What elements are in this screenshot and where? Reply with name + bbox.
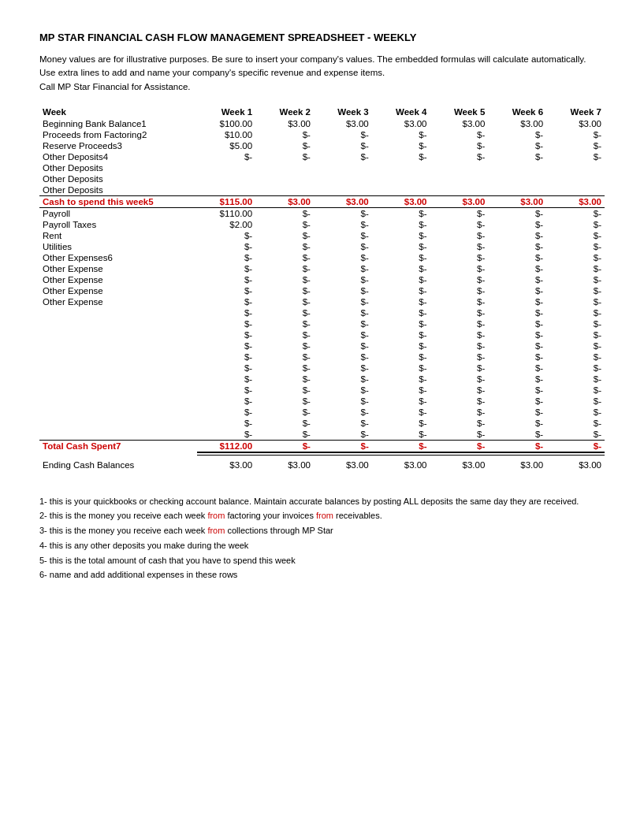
other-expense2-w2: $- xyxy=(255,274,314,285)
proceeds-factoring-w4: $- xyxy=(372,129,430,140)
other-expense3-w3: $- xyxy=(314,285,372,296)
other-expense4-w4: $- xyxy=(372,296,430,307)
other-deposits2-w4 xyxy=(372,162,430,173)
other-expense4-w1: $- xyxy=(197,296,255,307)
other-deposits4-w4 xyxy=(372,184,430,196)
proceeds-factoring-w1: $10.00 xyxy=(197,129,255,140)
blank4-row: $-$-$-$-$-$-$- xyxy=(39,340,605,351)
footnotes: 1- this is your quickbooks or checking a… xyxy=(39,494,605,582)
other-expense1-w6: $- xyxy=(488,263,546,274)
other-expense3-label: Other Expense xyxy=(39,285,197,296)
other-deposits2-w3 xyxy=(314,162,372,173)
payroll-taxes-w6: $- xyxy=(488,219,546,230)
other-deposits3-label: Other Deposits xyxy=(39,173,197,184)
rent-w2: $- xyxy=(255,230,314,241)
other-deposits1-w1: $- xyxy=(197,151,255,162)
header-row: Week Week 1 Week 2 Week 3 Week 4 Week 5 … xyxy=(39,106,605,118)
cash-to-spend-row: Cash to spend this week5 $115.00 $3.00 $… xyxy=(39,195,605,207)
other-deposits1-w4: $- xyxy=(372,151,430,162)
reserve-proceeds-w2: $- xyxy=(255,140,314,151)
other-deposits2-w6 xyxy=(488,162,546,173)
beginning-bank-w7: $3.00 xyxy=(546,118,605,129)
other-expense2-w5: $- xyxy=(430,274,489,285)
payroll-label: Payroll xyxy=(39,207,197,219)
payroll-taxes-w2: $- xyxy=(255,219,314,230)
payroll-w1: $110.00 xyxy=(197,207,255,219)
other-expense4-w6: $- xyxy=(488,296,546,307)
other-expenses-row: Other Expenses6 $- $- $- $- $- $- $- xyxy=(39,252,605,263)
utilities-w4: $- xyxy=(372,241,430,252)
other-deposits3-w6 xyxy=(488,173,546,184)
other-expenses-w3: $- xyxy=(314,252,372,263)
other-expense2-w1: $- xyxy=(197,274,255,285)
beginning-bank-w4: $3.00 xyxy=(372,118,430,129)
total-cash-spent-w3: $- xyxy=(314,440,372,452)
other-expense2-w7: $- xyxy=(546,274,605,285)
other-expense3-w5: $- xyxy=(430,285,489,296)
subtitle-line-1: Money values are for illustrative purpos… xyxy=(39,53,605,66)
spreadsheet-table: Week Week 1 Week 2 Week 3 Week 4 Week 5 … xyxy=(39,106,605,470)
subtitle-line-2: Use extra lines to add and name your com… xyxy=(39,66,605,80)
col-week1-header: Week 1 xyxy=(197,106,255,118)
payroll-taxes-w5: $- xyxy=(430,219,489,230)
total-cash-spent-w1: $112.00 xyxy=(197,440,255,452)
page-container: MP STAR FINANCIAL CASH FLOW MANAGEMENT S… xyxy=(39,32,605,582)
other-expense3-w4: $- xyxy=(372,285,430,296)
rent-w3: $- xyxy=(314,230,372,241)
blank3-row: $-$-$-$-$-$-$- xyxy=(39,329,605,340)
other-expense1-w3: $- xyxy=(314,263,372,274)
rent-row: Rent $- $- $- $- $- $- $- xyxy=(39,230,605,241)
utilities-w5: $- xyxy=(430,241,489,252)
total-cash-spent-w5: $- xyxy=(430,440,489,452)
payroll-taxes-w1: $2.00 xyxy=(197,219,255,230)
blank6-row: $-$-$-$-$-$-$- xyxy=(39,363,605,374)
footnote-3: 3- this is the money you receive each we… xyxy=(39,523,605,538)
other-deposits1-label: Other Deposits4 xyxy=(39,151,197,162)
total-cash-spent-w2: $- xyxy=(255,440,314,452)
other-expenses-w5: $- xyxy=(430,252,489,263)
col-week3-header: Week 3 xyxy=(314,106,372,118)
reserve-proceeds-w6: $- xyxy=(488,140,546,151)
other-deposits3-w5 xyxy=(430,173,489,184)
other-deposits3-w4 xyxy=(372,173,430,184)
cash-to-spend-w1: $115.00 xyxy=(197,195,255,207)
title: MP STAR FINANCIAL CASH FLOW MANAGEMENT S… xyxy=(39,32,605,43)
total-cash-spent-label: Total Cash Spent7 xyxy=(39,440,197,452)
other-expense3-w2: $- xyxy=(255,285,314,296)
beginning-bank-w3: $3.00 xyxy=(314,118,372,129)
ending-cash-w5: $3.00 xyxy=(430,455,489,470)
reserve-proceeds-row: Reserve Proceeds3 $5.00 $- $- $- $- $- $… xyxy=(39,140,605,151)
payroll-taxes-w7: $- xyxy=(546,219,605,230)
other-deposits1-w7: $- xyxy=(546,151,605,162)
other-expense2-w6: $- xyxy=(488,274,546,285)
other-deposits4-w3 xyxy=(314,184,372,196)
payroll-taxes-row: Payroll Taxes $2.00 $- $- $- $- $- $- xyxy=(39,219,605,230)
utilities-w3: $- xyxy=(314,241,372,252)
other-expense2-label: Other Expense xyxy=(39,274,197,285)
other-expense1-w7: $- xyxy=(546,263,605,274)
utilities-row: Utilities $- $- $- $- $- $- $- xyxy=(39,241,605,252)
subtitle-line-3: Call MP Star Financial for Assistance. xyxy=(39,80,605,94)
cash-to-spend-w7: $3.00 xyxy=(546,195,605,207)
col-label-header: Week xyxy=(39,106,197,118)
footnote-2: 2- this is the money you receive each we… xyxy=(39,508,605,523)
total-cash-spent-row: Total Cash Spent7 $112.00 $- $- $- $- $-… xyxy=(39,440,605,452)
footnote-1: 1- this is your quickbooks or checking a… xyxy=(39,494,605,509)
col-week7-header: Week 7 xyxy=(546,106,605,118)
other-expense1-w1: $- xyxy=(197,263,255,274)
reserve-proceeds-w3: $- xyxy=(314,140,372,151)
other-deposits1-w3: $- xyxy=(314,151,372,162)
other-expenses-label: Other Expenses6 xyxy=(39,252,197,263)
other-deposits1-w6: $- xyxy=(488,151,546,162)
beginning-bank-w1: $100.00 xyxy=(197,118,255,129)
ending-cash-row: Ending Cash Balances $3.00 $3.00 $3.00 $… xyxy=(39,455,605,470)
beginning-bank-row: Beginning Bank Balance1 $100.00 $3.00 $3… xyxy=(39,118,605,129)
other-expense2-row: Other Expense $- $- $- $- $- $- $- xyxy=(39,274,605,285)
other-expenses-w6: $- xyxy=(488,252,546,263)
total-cash-spent-w6: $- xyxy=(488,440,546,452)
other-deposits2-w2 xyxy=(255,162,314,173)
payroll-row: Payroll $110.00 $- $- $- $- $- $- xyxy=(39,207,605,219)
other-deposits3-w3 xyxy=(314,173,372,184)
other-expense2-w4: $- xyxy=(372,274,430,285)
subtitle: Money values are for illustrative purpos… xyxy=(39,53,605,94)
